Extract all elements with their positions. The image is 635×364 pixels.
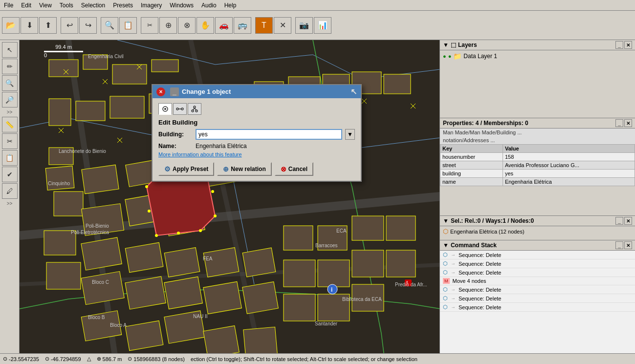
toolbar-chart[interactable]: 📊 [314,17,331,34]
toolbar-undo[interactable]: ↩ [61,17,78,34]
menu-file[interactable]: File [0,1,17,10]
layer-name: Data Layer 1 [463,53,497,60]
kv-row[interactable]: housenumber158 [440,153,635,161]
toolbar-download[interactable]: ⬇ [21,17,38,34]
dialog-tab-way[interactable] [173,103,187,115]
menu-tools[interactable]: Tools [56,1,77,10]
command-item[interactable]: ⬡→Sequence: Delete [440,259,635,268]
cmd-arrow-icon: → [451,270,456,275]
menu-presets[interactable]: Presets [109,1,137,10]
toolbar-car[interactable]: 🚗 [215,17,233,34]
cmd-arrow-icon: → [451,261,456,266]
menu-windows[interactable]: Windows [166,1,197,10]
toolbar-camera[interactable]: 📷 [295,17,313,34]
new-relation-button[interactable]: ⊕ New relation [217,162,271,176]
svg-rect-9 [49,99,71,126]
menu-edit[interactable]: Edit [17,1,35,10]
scale-value: 99.4 m [55,44,72,50]
dialog-minimize-button[interactable]: _ [170,87,179,96]
status-lon: ⊙ -46.7294859 [45,356,81,362]
command-item[interactable]: ⬡→Sequence: Delete [440,294,635,303]
dialog-building-dropdown[interactable]: ▼ [345,129,355,140]
dialog-more-info-link[interactable]: More information about this feature [158,151,355,157]
toolbar-open[interactable]: 📂 [2,17,20,34]
command-item[interactable]: ⬡→Sequence: Delete [440,251,635,259]
tool-paste[interactable]: 📋 [2,150,18,166]
layers-expand-icon[interactable]: ▼ [443,42,449,48]
cmdstack-close-btn[interactable]: ✕ [624,241,632,249]
menu-selection[interactable]: Selection [77,1,109,10]
cancel-button[interactable]: ⊗ Cancel [275,162,313,176]
toolbar-remove[interactable]: ⊗ [178,17,196,34]
scale-status-icon: ⊕ [97,356,101,362]
dialog-name-value: Engenharia Elétrica [196,143,247,150]
map-area[interactable]: i ! 99.4 m 0 Engenharia Civil Lanchonete… [20,40,439,353]
properties-minimize-btn[interactable]: _ [615,119,623,127]
dialog-close-button[interactable]: × [156,87,165,96]
menu-audio[interactable]: Audio [197,1,220,10]
toolbar-pan[interactable]: ✋ [197,17,214,34]
toolbar-properties[interactable]: 📋 [119,17,137,34]
tool-measure[interactable]: 📏 [2,117,18,132]
selection-header-text: Sel.: Rel.:0 / Ways:1 / Nodes:0 [451,217,534,224]
kv-row[interactable]: streetAvenida Professor Luciano G... [440,161,635,170]
properties-close-btn[interactable]: ✕ [624,119,632,127]
toolbar-close[interactable]: ✕ [274,17,291,34]
selection-close-btn[interactable]: ✕ [624,217,632,225]
status-lat: ⊙ -23.5547235 [3,356,39,362]
kv-value: 158 [503,153,635,161]
layer-active-icon: ● [448,53,452,59]
toolbar-cut[interactable]: ✂ [141,17,158,34]
map-canvas[interactable]: i ! 99.4 m 0 Engenharia Civil Lanchonete… [20,40,439,353]
selection-expand-icon[interactable]: ▼ [443,217,449,224]
tool-paint[interactable]: 🖊 [2,183,18,199]
cmd-seq-icon: ⬡ [443,269,448,276]
toolbar-zoom-extent[interactable]: 🔍 [101,17,118,34]
toolbar-bus[interactable]: 🚌 [234,17,251,34]
apply-preset-label: Apply Preset [173,166,208,172]
cmd-text: Sequence: Delete [459,270,501,276]
kv-row[interactable]: nameEngenharia Elétrica [440,178,635,186]
tool-scissors[interactable]: ✂ [2,133,18,149]
tool-select[interactable]: ↖ [2,42,18,58]
command-item[interactable]: ⬡→Sequence: Delete [440,268,635,277]
tool-zoom[interactable]: 🔍 [2,75,18,91]
menu-imagery[interactable]: Imagery [137,1,166,10]
cmdstack-expand-icon[interactable]: ▼ [443,242,449,249]
svg-rect-47 [284,260,315,287]
tool-draw[interactable]: ✏ [2,59,18,74]
selection-minimize-btn[interactable]: _ [615,217,623,225]
kv-row[interactable]: buildingyes [440,170,635,178]
kv-key: building [440,170,503,178]
tool-more-1[interactable]: >> [6,108,14,116]
command-item[interactable]: ⬡→Sequence: Delete [440,303,635,312]
dialog-tab-relation[interactable] [188,103,201,115]
toolbar-upload[interactable]: ⬆ [39,17,57,34]
dialog-building-input[interactable] [196,129,342,140]
apply-preset-button[interactable]: ⚙ Apply Preset [158,162,214,176]
dialog-tab-node[interactable] [158,103,172,115]
tool-zoom-out[interactable]: 🔎 [2,92,18,107]
selection-item[interactable]: ⬡ Engenharia Elétrica (12 nodes) [440,226,635,236]
cmdstack-minimize-btn[interactable]: _ [615,241,623,249]
selection-way-icon: ⬡ [443,228,448,235]
tool-more-2[interactable]: >> [6,200,14,207]
menu-view[interactable]: View [35,1,56,10]
cmd-text: Sequence: Delete [459,304,501,310]
toolbar-redo[interactable]: ↪ [79,17,97,34]
command-item[interactable]: ⬡→Sequence: Delete [440,285,635,294]
svg-point-85 [214,214,217,217]
tool-validate[interactable]: ✔ [2,167,18,182]
layer-item-data1[interactable]: ● ● 📁 Data Layer 1 [440,50,635,62]
toolbar-tag[interactable]: T [255,17,273,34]
properties-sub1: Man Made/Man Made/Building ... [440,128,635,136]
svg-rect-49 [318,226,347,250]
layers-minimize-btn[interactable]: _ [615,41,623,49]
dialog-body: Edit Building Building: ▼ Name: Engenhar… [153,98,361,181]
svg-rect-54 [352,284,384,311]
toolbar-add[interactable]: ⊕ [159,17,177,34]
layers-close-btn[interactable]: ✕ [624,41,632,49]
status-scale: ⊕ 586.7 m [97,356,122,362]
command-item[interactable]: MMove 4 nodes [440,277,635,285]
menu-help[interactable]: Help [220,1,241,10]
